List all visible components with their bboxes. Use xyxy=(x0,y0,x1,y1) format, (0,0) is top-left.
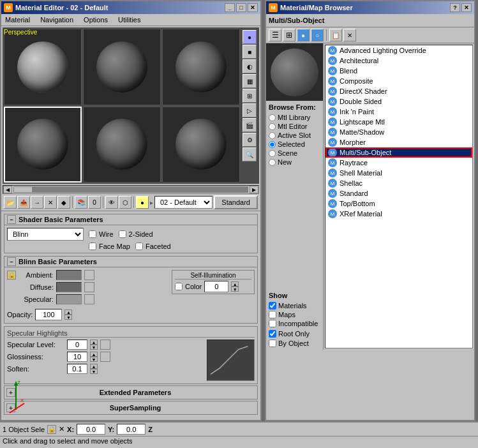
render-material-btn[interactable]: ● xyxy=(136,196,149,209)
show-incompatible-checkbox[interactable] xyxy=(269,320,276,327)
magnify-btn[interactable]: 🔍 xyxy=(243,147,257,161)
face-map-checkbox[interactable] xyxy=(89,243,96,250)
shader-collapse-btn[interactable]: – xyxy=(7,215,16,224)
scroll-right-arrow[interactable]: ▶ xyxy=(250,186,258,193)
standard-button[interactable]: Standard xyxy=(214,195,258,209)
sphere-cell-2[interactable] xyxy=(83,29,161,105)
sample-box-btn[interactable]: ■ xyxy=(243,45,257,59)
diffuse-map-btn[interactable] xyxy=(84,282,94,292)
reset-map-btn[interactable]: ✕ xyxy=(44,196,57,209)
mat-id-channel-btn[interactable]: 0 xyxy=(88,196,101,209)
browser-group-btn[interactable]: ● xyxy=(297,29,310,41)
material-list-item[interactable]: MXRef Material xyxy=(325,209,472,219)
backlight-btn[interactable]: ◐ xyxy=(243,59,257,73)
browser-delete-btn[interactable]: ✕ xyxy=(343,29,356,41)
self-illum-color-checkbox[interactable] xyxy=(175,283,183,290)
scroll-thumb[interactable] xyxy=(13,186,33,193)
self-illum-spin-up[interactable]: ▲ xyxy=(231,281,239,287)
sphere-cell-3[interactable] xyxy=(162,29,240,105)
show-hw-btn[interactable]: ⬡ xyxy=(119,196,131,209)
material-list-item[interactable]: MMorpher xyxy=(325,137,472,147)
ambient-map-btn[interactable] xyxy=(84,270,94,280)
put-material-btn[interactable]: 📤 xyxy=(17,196,30,209)
material-list-item[interactable]: MAdvanced Lighting Override xyxy=(325,45,472,56)
options-btn[interactable]: ⚙ xyxy=(243,133,257,147)
diffuse-swatch[interactable] xyxy=(56,282,82,292)
material-list-item[interactable]: MArchitectural xyxy=(325,56,472,66)
glossiness-down[interactable]: ▼ xyxy=(90,357,98,362)
browser-close-btn[interactable]: ✕ xyxy=(461,3,472,12)
ambient-lock-btn[interactable]: 🔒 xyxy=(7,271,16,280)
slot-selector-dropdown[interactable]: 02 - Default xyxy=(154,196,213,209)
show-in-viewport-btn[interactable]: 👁 xyxy=(105,196,118,209)
material-list-item[interactable]: MInk 'n Paint xyxy=(325,107,472,117)
material-list-item[interactable]: MStandard xyxy=(325,188,472,198)
radio-active-slot-input[interactable] xyxy=(269,132,276,139)
sphere-cell-4[interactable] xyxy=(4,107,82,183)
show-materials-checkbox[interactable] xyxy=(269,302,276,310)
by-object-checkbox[interactable] xyxy=(269,340,276,347)
blinn-collapse-btn[interactable]: – xyxy=(7,257,16,266)
material-list-item[interactable]: MDouble Sided xyxy=(325,96,472,107)
shader-type-dropdown[interactable]: Blinn xyxy=(7,228,84,241)
spec-level-down[interactable]: ▼ xyxy=(90,345,98,350)
material-list-item[interactable]: MMatte/Shadow xyxy=(325,127,472,137)
radio-scene-input[interactable] xyxy=(269,150,276,157)
self-illum-value[interactable] xyxy=(204,281,228,292)
material-list-item[interactable]: MBlend xyxy=(325,66,472,76)
opacity-field[interactable] xyxy=(35,309,62,320)
specular-swatch[interactable] xyxy=(56,294,82,304)
faceted-checkbox[interactable] xyxy=(135,243,143,250)
sphere-cell-1[interactable] xyxy=(4,29,82,105)
scroll-track[interactable] xyxy=(13,186,248,193)
browser-list-view-btn[interactable]: ☰ xyxy=(269,29,281,41)
background-btn[interactable]: ▦ xyxy=(243,74,257,88)
minimize-button[interactable]: _ xyxy=(225,3,235,12)
browser-help-btn[interactable]: ? xyxy=(450,3,460,12)
material-list-item[interactable]: MRaytrace xyxy=(325,158,472,168)
browser-copy-btn[interactable]: 📋 xyxy=(329,29,342,41)
soften-field[interactable] xyxy=(67,364,87,374)
material-list-item[interactable]: MShellac xyxy=(325,178,472,188)
close-button[interactable]: ✕ xyxy=(248,3,258,12)
two-sided-checkbox[interactable] xyxy=(119,230,126,238)
make-unique-btn[interactable]: ◆ xyxy=(57,196,70,209)
radio-selected-input[interactable] xyxy=(269,141,276,148)
material-list-item[interactable]: MTop/Bottom xyxy=(325,198,472,209)
menu-options[interactable]: Options xyxy=(82,15,109,24)
material-list-item[interactable]: MComposite xyxy=(325,76,472,86)
root-only-checkbox[interactable] xyxy=(269,330,276,338)
material-list-item[interactable]: MShell Material xyxy=(325,168,472,178)
self-illum-spin-down[interactable]: ▼ xyxy=(231,287,239,292)
ambient-swatch[interactable] xyxy=(56,270,82,280)
radio-mtl-library-input[interactable] xyxy=(269,114,276,121)
spec-level-up[interactable]: ▲ xyxy=(90,340,98,345)
radio-mtl-editor-input[interactable] xyxy=(269,123,276,130)
wire-checkbox[interactable] xyxy=(89,230,96,238)
radio-new-input[interactable] xyxy=(269,159,276,166)
assign-material-btn[interactable]: → xyxy=(31,196,43,209)
y-coord-field[interactable] xyxy=(117,424,146,435)
browser-icon-view-btn[interactable]: ⊞ xyxy=(283,29,295,41)
material-list[interactable]: MAdvanced Lighting OverrideMArchitectura… xyxy=(325,45,473,348)
opacity-spin-down[interactable]: ▼ xyxy=(64,315,72,320)
scroll-left-arrow[interactable]: ◀ xyxy=(3,186,12,193)
material-list-item[interactable]: MDirectX Shader xyxy=(325,86,472,96)
sphere-cell-6[interactable] xyxy=(162,107,240,183)
specular-map-btn[interactable] xyxy=(84,294,94,304)
material-list-item[interactable]: MLightscape Mtl xyxy=(325,117,472,127)
browser-sphere-btn[interactable]: ○ xyxy=(311,29,324,41)
soften-down[interactable]: ▼ xyxy=(90,369,98,374)
video-color-btn[interactable]: ▷ xyxy=(243,103,257,117)
x-coord-field[interactable] xyxy=(77,424,105,435)
sphere-cell-5[interactable] xyxy=(83,107,161,183)
sample-sphere-btn[interactable]: ● xyxy=(243,30,257,44)
glossiness-map-btn[interactable] xyxy=(100,352,110,362)
menu-utilities[interactable]: Utilities xyxy=(117,15,142,24)
make-preview-btn[interactable]: 🎬 xyxy=(243,118,257,132)
menu-material[interactable]: Material xyxy=(4,15,31,24)
spec-level-map-btn[interactable] xyxy=(100,340,110,350)
lock-icon[interactable]: 🔒 xyxy=(47,425,56,434)
get-material-btn[interactable]: 📂 xyxy=(4,196,17,209)
glossiness-up[interactable]: ▲ xyxy=(90,352,98,357)
